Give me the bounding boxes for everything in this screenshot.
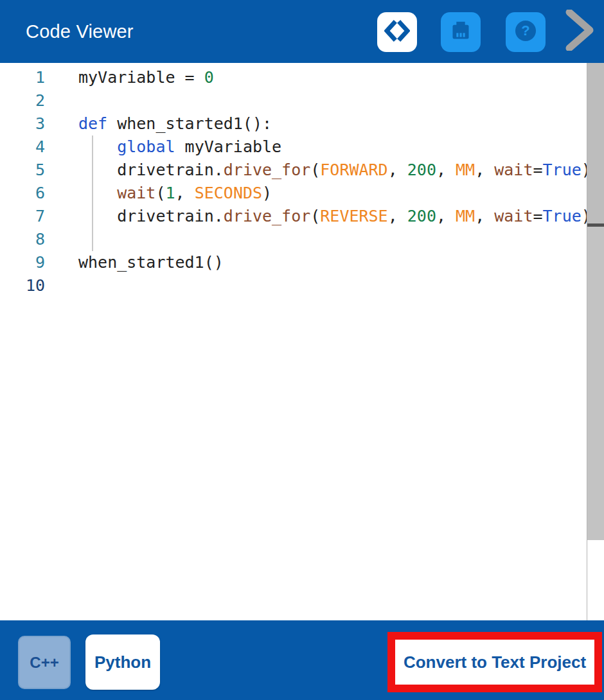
footer-bar: C++ Python Convert to Text Project xyxy=(0,620,604,700)
page-title: Code Viewer xyxy=(26,0,134,63)
line-number: 6 xyxy=(0,182,45,205)
code-line: drivetrain.drive_for(FORWARD, 200, MM, w… xyxy=(78,159,587,182)
line-number: 2 xyxy=(0,89,45,112)
tutorial-highlight-box: Convert to Text Project xyxy=(387,632,602,692)
line-number: 10 xyxy=(0,274,45,297)
code-line: myVariable = 0 xyxy=(78,66,587,89)
code-line xyxy=(78,228,587,251)
scrollbar-gutter xyxy=(587,63,604,620)
help-button[interactable]: ? xyxy=(506,12,546,52)
line-number: 5 xyxy=(0,159,45,182)
code-line xyxy=(78,89,587,112)
line-number: 7 xyxy=(0,205,45,228)
code-viewer-button[interactable] xyxy=(377,12,417,52)
line-number: 9 xyxy=(0,251,45,274)
brain-icon xyxy=(448,18,474,46)
svg-text:?: ? xyxy=(521,22,529,39)
code-line: wait(1, SECONDS) xyxy=(78,182,587,205)
help-icon: ? xyxy=(512,17,539,47)
line-number: 4 xyxy=(0,136,45,159)
brain-button[interactable] xyxy=(441,12,481,52)
scrollbar-thumb[interactable] xyxy=(587,63,604,227)
convert-to-text-project-button[interactable]: Convert to Text Project xyxy=(395,640,594,685)
line-numbers: 12345678910 xyxy=(0,66,45,297)
python-language-button[interactable]: Python xyxy=(85,634,160,690)
scrollbar-track[interactable] xyxy=(587,63,604,540)
chevron-right-icon xyxy=(564,10,596,53)
code-line: def when_started1(): xyxy=(78,112,587,136)
header-bar: Code Viewer ? xyxy=(0,0,604,63)
expand-panel-button[interactable] xyxy=(562,10,599,53)
cpp-language-button[interactable]: C++ xyxy=(18,636,71,689)
code-line: when_started1() xyxy=(78,251,587,274)
line-number: 1 xyxy=(0,66,45,89)
line-number: 3 xyxy=(0,112,45,136)
code-lines: myVariable = 0def when_started1(): globa… xyxy=(78,66,587,297)
code-line: global myVariable xyxy=(78,136,587,159)
code-icon xyxy=(384,20,410,44)
line-number: 8 xyxy=(0,228,45,251)
code-line xyxy=(78,274,587,297)
code-line: drivetrain.drive_for(REVERSE, 200, MM, w… xyxy=(78,205,587,228)
code-editor: 12345678910 myVariable = 0def when_start… xyxy=(0,63,587,620)
